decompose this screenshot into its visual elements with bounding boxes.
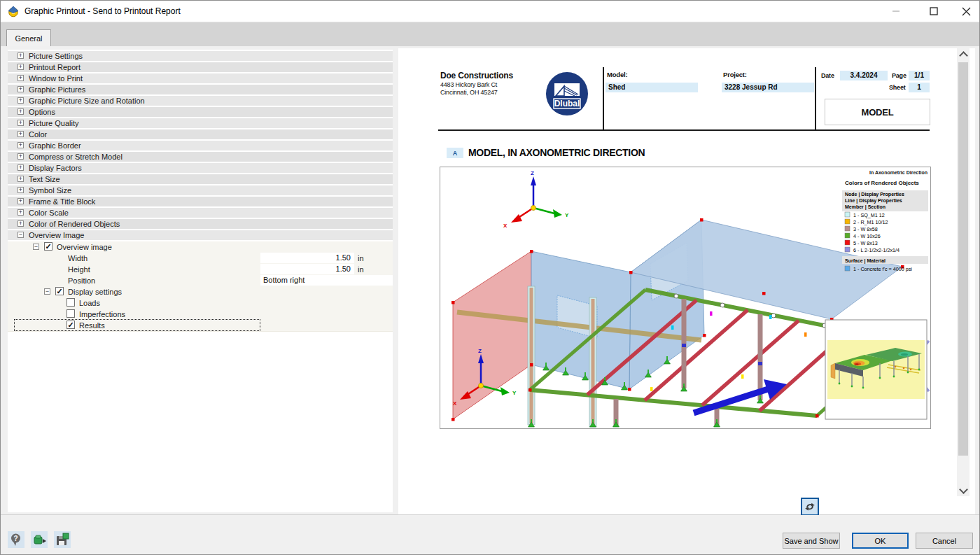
tree-item-graphic-border[interactable]: Graphic Border bbox=[8, 141, 393, 152]
width-unit: in bbox=[358, 254, 364, 262]
axis-z-label: Z bbox=[531, 170, 534, 176]
chevron-up-icon bbox=[959, 51, 968, 60]
tab-strip: General bbox=[1, 22, 979, 47]
tree-item-graphic-pictures[interactable]: Graphic Pictures bbox=[8, 85, 393, 96]
scrollbar-thumb[interactable] bbox=[958, 62, 968, 456]
tree-item-text-size[interactable]: Text Size bbox=[8, 174, 393, 185]
svg-text:?: ? bbox=[13, 535, 18, 542]
close-button[interactable] bbox=[950, 1, 980, 22]
expand-icon[interactable] bbox=[18, 153, 24, 160]
title-bar: Graphic Printout - Send to Printout Repo… bbox=[1, 1, 979, 22]
tree-item-height[interactable]: Height 1.50 in bbox=[8, 264, 393, 275]
project-value: 3228 Jessup Rd bbox=[722, 83, 814, 92]
legend-swatch bbox=[845, 226, 850, 231]
legend-swatch bbox=[845, 212, 850, 217]
loads-checkbox[interactable] bbox=[66, 298, 75, 307]
expand-icon[interactable] bbox=[18, 209, 24, 216]
expand-icon[interactable] bbox=[18, 187, 24, 193]
report-block-title: MODEL bbox=[825, 99, 930, 125]
help-button[interactable]: ? bbox=[8, 531, 24, 548]
tree-item-imperfections[interactable]: Imperfections bbox=[8, 309, 393, 320]
expand-icon[interactable] bbox=[18, 176, 24, 182]
height-value-field[interactable]: 1.50 bbox=[260, 264, 354, 274]
expand-icon[interactable] bbox=[18, 131, 24, 137]
tree-item-options[interactable]: Options bbox=[8, 107, 393, 118]
tree-item-position[interactable]: Position Bottom right bbox=[8, 275, 393, 286]
legend-item-label: 3 - W 8x58 bbox=[853, 226, 878, 232]
collapse-icon[interactable] bbox=[33, 244, 39, 250]
preview-scrollbar[interactable] bbox=[957, 48, 969, 496]
legend-swatch bbox=[845, 219, 850, 224]
imperfections-checkbox[interactable] bbox=[66, 309, 75, 318]
tree-item-compress-stretch[interactable]: Compress or Stretch Model bbox=[8, 152, 393, 163]
save-settings-button[interactable] bbox=[54, 531, 71, 548]
tree-item-frame-title-block[interactable]: Frame & Title Block bbox=[8, 197, 393, 208]
tree-item-color[interactable]: Color bbox=[8, 129, 393, 141]
sheet-value: 1 bbox=[909, 83, 930, 92]
tree-item-color-rendered-objects[interactable]: Color of Rendered Objects bbox=[8, 219, 393, 230]
maximize-button[interactable] bbox=[918, 1, 950, 22]
position-value-field[interactable]: Bottom right bbox=[260, 275, 393, 286]
import-settings-button[interactable] bbox=[31, 531, 48, 548]
tree-item-results[interactable]: Results bbox=[8, 320, 393, 331]
collapse-icon[interactable] bbox=[44, 288, 50, 295]
expand-icon[interactable] bbox=[18, 120, 24, 126]
expand-icon[interactable] bbox=[18, 198, 24, 204]
scroll-down-button[interactable] bbox=[957, 484, 969, 496]
legend-swatch bbox=[845, 247, 850, 252]
tree-item-display-factors[interactable]: Display Factors bbox=[8, 163, 393, 174]
tree-item-picture-quality[interactable]: Picture Quality bbox=[8, 118, 393, 129]
legend-group-header: Node | Display Properties bbox=[845, 192, 904, 197]
tree-item-color-scale[interactable]: Color Scale bbox=[8, 208, 393, 219]
expand-icon[interactable] bbox=[18, 52, 24, 59]
page-label: Page bbox=[892, 72, 906, 79]
refresh-icon bbox=[804, 501, 816, 512]
tab-general[interactable]: General bbox=[6, 29, 51, 47]
import-settings-icon bbox=[32, 533, 46, 547]
tree-item-width[interactable]: Width 1.50 in bbox=[8, 253, 393, 264]
legend-direction-note: In Axonometric Direction bbox=[869, 170, 927, 175]
refresh-preview-button[interactable] bbox=[801, 498, 819, 516]
expand-icon[interactable] bbox=[18, 142, 24, 148]
tree-item-display-settings[interactable]: Display settings bbox=[8, 286, 393, 297]
printout-preview: Doe Constructions 4483 Hickory Bark Ct C… bbox=[398, 48, 975, 514]
overview-inset bbox=[825, 320, 927, 419]
close-icon bbox=[962, 7, 971, 16]
legend-item-label: 6 - L 2-1/2x2-1/2x1/4 bbox=[853, 247, 899, 253]
overview-image-checkbox[interactable] bbox=[44, 242, 52, 251]
tree-item-picture-settings[interactable]: Picture Settings bbox=[8, 51, 393, 62]
tree-item-picture-size-rotation[interactable]: Graphic Picture Size and Rotation bbox=[8, 96, 393, 107]
chevron-down-icon bbox=[959, 485, 968, 494]
display-settings-checkbox[interactable] bbox=[55, 287, 64, 295]
tab-general-label: General bbox=[15, 34, 42, 43]
tree-item-printout-report[interactable]: Printout Report bbox=[8, 62, 393, 73]
help-icon: ? bbox=[9, 533, 23, 547]
tree-item-loads[interactable]: Loads bbox=[8, 297, 393, 309]
axis-triad-top: Z Y X bbox=[503, 170, 569, 229]
tree-item-symbol-size[interactable]: Symbol Size bbox=[8, 185, 393, 197]
legend-swatch bbox=[845, 266, 850, 271]
scroll-up-button[interactable] bbox=[957, 48, 969, 60]
expand-icon[interactable] bbox=[18, 97, 24, 104]
tree-item-window-to-print[interactable]: Window to Print bbox=[8, 73, 393, 85]
width-value-field[interactable]: 1.50 bbox=[260, 253, 354, 263]
legend-item-label: 1 - SQ_M1 12 bbox=[853, 212, 885, 218]
expand-icon[interactable] bbox=[18, 86, 24, 92]
date-label: Date bbox=[821, 72, 834, 79]
minimize-button[interactable] bbox=[880, 1, 912, 22]
dialog-content: Picture Settings Printout Report Window … bbox=[1, 46, 979, 515]
expand-icon[interactable] bbox=[18, 164, 24, 171]
legend-item-label: 2 - R_M1 10/12 bbox=[853, 219, 888, 225]
tree-item-overview-image-checkbox-row[interactable]: Overview image bbox=[8, 241, 393, 253]
ok-button[interactable]: OK bbox=[852, 533, 909, 549]
axis-y-label: Y bbox=[565, 212, 569, 218]
cancel-button[interactable]: Cancel bbox=[916, 533, 973, 549]
tree-item-overview-image[interactable]: Overview Image bbox=[8, 230, 393, 241]
collapse-icon[interactable] bbox=[18, 232, 24, 238]
company-address-2: Cincinnati, OH 45247 bbox=[440, 89, 498, 96]
save-and-show-button[interactable]: Save and Show bbox=[783, 533, 840, 549]
expand-icon[interactable] bbox=[18, 220, 24, 227]
expand-icon[interactable] bbox=[18, 108, 24, 115]
expand-icon[interactable] bbox=[18, 75, 24, 81]
expand-icon[interactable] bbox=[18, 64, 24, 70]
